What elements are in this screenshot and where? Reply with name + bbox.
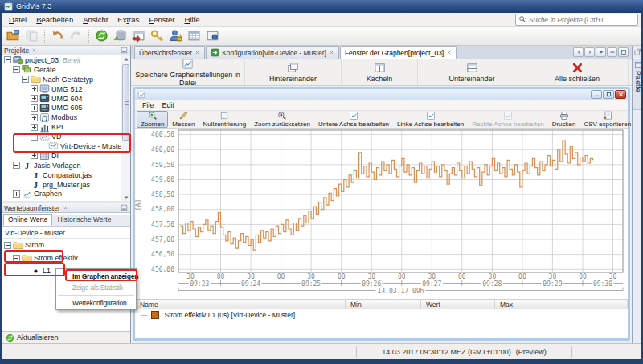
- exp-minus-icon[interactable]: [13, 255, 20, 262]
- exp-plus-icon[interactable]: [31, 114, 38, 121]
- tab-konfiguration-virt-device-muster[interactable]: Konfiguration[Virt-Device - Muster]: [206, 46, 339, 59]
- tree-item-di[interactable]: DI: [2, 151, 121, 161]
- column-header-min[interactable]: Min: [346, 300, 421, 309]
- tab-online-werte[interactable]: Online Werte: [3, 214, 52, 226]
- csv-exportieren-button[interactable]: CSV exportieren: [580, 111, 635, 128]
- tree-item-umg-512[interactable]: UMG 512: [2, 84, 121, 94]
- collapse-icon[interactable]: —: [141, 311, 148, 319]
- tree-item-umg-604[interactable]: UMG 604: [2, 94, 121, 104]
- undo-button[interactable]: [49, 27, 66, 44]
- alle-schlie-en-button[interactable]: Alle schließen: [526, 59, 629, 85]
- menu-fenster[interactable]: Fenster: [144, 14, 179, 26]
- kacheln-button[interactable]: Kacheln: [342, 59, 418, 85]
- value-tree-item-strom-effektiv[interactable]: Strom effektiv: [2, 252, 130, 264]
- menu-bearbeiten[interactable]: Bearbeiten: [31, 14, 78, 26]
- exp-plus-icon[interactable]: [31, 104, 38, 112]
- tree-item-ger-te[interactable]: Geräte: [2, 65, 121, 75]
- import-window-button[interactable]: [130, 27, 147, 44]
- exp-minus-icon[interactable]: [4, 242, 11, 249]
- menu-ansicht[interactable]: Ansicht: [78, 14, 113, 26]
- messen-button[interactable]: Messen: [168, 111, 199, 128]
- exp-plus-icon[interactable]: [31, 95, 38, 102]
- untereinander-button[interactable]: Untereinander: [418, 59, 526, 85]
- chart[interactable]: 456,00456,50457,00457,50458,00458,50459,…: [135, 129, 628, 297]
- tree-item-project-03[interactable]: project_03Bereit: [2, 55, 121, 65]
- nullzentrierung-button[interactable]: Nullzentrierung: [199, 111, 250, 128]
- scroll-down-icon[interactable]: [122, 194, 130, 201]
- scroll-up-icon[interactable]: [122, 55, 130, 63]
- menu-item-wertekonfiguration[interactable]: Wertekonfiguration: [56, 297, 136, 309]
- menu-edit[interactable]: Edit: [158, 101, 179, 109]
- aktualisieren-button[interactable]: Aktualisieren: [2, 331, 130, 343]
- db-sync-button[interactable]: [112, 27, 129, 44]
- tree-item-jasic-vorlagen[interactable]: JJasic Vorlagen: [2, 161, 121, 170]
- menu-extras[interactable]: Extras: [113, 14, 144, 26]
- exp-minus-icon[interactable]: [13, 162, 20, 169]
- tree-item-kpi[interactable]: KPI: [2, 122, 121, 132]
- tree-item-graphen[interactable]: Graphen: [2, 189, 121, 198]
- menu-item-im-graphen-anzeigen[interactable]: Im Graphen anzeigen: [56, 271, 136, 282]
- key-button[interactable]: [149, 27, 166, 44]
- column-header-wert[interactable]: Wert: [421, 300, 495, 309]
- close-button[interactable]: [615, 90, 626, 99]
- redo-button[interactable]: [68, 27, 84, 44]
- menu-file[interactable]: File: [138, 101, 158, 109]
- open-project-button[interactable]: [5, 27, 22, 44]
- exp-plus-icon[interactable]: [31, 152, 38, 159]
- tab-bersichtsfenster[interactable]: Übersichtsfenster: [134, 46, 205, 59]
- hintereinander-button[interactable]: Hintereinander: [245, 59, 342, 85]
- close-tab-icon[interactable]: [329, 50, 334, 55]
- linke-achse-bearbeiten-button[interactable]: Linke Achse bearbeiten: [393, 111, 468, 128]
- minimize-panel-icon[interactable]: [121, 204, 128, 211]
- tree-item-modbus[interactable]: Modbus: [2, 112, 121, 122]
- scrollbar-thumb[interactable]: [122, 64, 129, 141]
- exp-minus-icon[interactable]: [13, 66, 20, 73]
- tree-item-comparator-jas[interactable]: JComparator.jas: [2, 170, 121, 180]
- panel-button[interactable]: [204, 27, 221, 44]
- menu-hilfe[interactable]: Hilfe: [180, 14, 205, 26]
- close-tab-icon[interactable]: [195, 50, 200, 55]
- search-box[interactable]: [515, 14, 638, 26]
- close-panel-icon[interactable]: [63, 205, 68, 211]
- scroll-tabs-left-button[interactable]: [573, 47, 584, 57]
- tab-historische-werte[interactable]: Historische Werte: [52, 214, 116, 226]
- exp-plus-icon[interactable]: [31, 85, 38, 92]
- menu-datei[interactable]: Datei: [4, 14, 31, 26]
- speichere-grapheinstellungen-in-datei-button[interactable]: Speichere Grapheinstellungen in Datei: [131, 59, 245, 85]
- projekte-tree-scrollbar[interactable]: [121, 55, 130, 201]
- drucken-button[interactable]: Drucken: [548, 111, 580, 128]
- maximize-button[interactable]: [603, 90, 614, 99]
- tab-list-dropdown-button[interactable]: [596, 47, 606, 57]
- minimize-group-button[interactable]: [607, 47, 617, 57]
- legend-row[interactable]: —Strom effektiv L1 (0s) [Virt-Device - M…: [135, 309, 628, 320]
- zoom-zur-cksetzen-button[interactable]: Zoom zurücksetzen: [250, 111, 314, 128]
- refresh-button[interactable]: [93, 27, 110, 44]
- exp-minus-icon[interactable]: [4, 56, 11, 63]
- exp-minus-icon[interactable]: [31, 133, 38, 141]
- minimize-panel-icon[interactable]: [121, 47, 128, 54]
- column-header-name[interactable]: Name: [135, 300, 346, 309]
- tree-item-vd[interactable]: VD: [2, 132, 121, 141]
- exp-plus-icon[interactable]: [13, 190, 20, 198]
- float-window-icon[interactable]: [633, 48, 641, 56]
- maximize-group-button[interactable]: [618, 47, 629, 57]
- menu-item-zeige-als-statistik[interactable]: Zeige als Statistik: [56, 282, 136, 293]
- tree-item-prg-muster-jas[interactable]: Jprg_Muster.jas: [2, 180, 121, 190]
- user-lock-button[interactable]: [167, 27, 184, 44]
- value-tree-item-strom[interactable]: Strom: [2, 239, 130, 252]
- table-button[interactable]: [186, 27, 203, 44]
- minimize-button[interactable]: [591, 90, 602, 99]
- rechte-achse-bearbeiten-button[interactable]: Rechte Achse bearbeiten: [468, 111, 547, 128]
- tree-item-virt-device-muster[interactable]: Virt-Device - Muster: [2, 141, 121, 151]
- tab-fenster-der-graphen-project-03[interactable]: Fenster der Graphen[project_03]: [340, 46, 457, 59]
- tree-item-umg-605[interactable]: UMG 605: [2, 103, 121, 112]
- close-tab-icon[interactable]: [446, 50, 452, 55]
- tree-item-nach-ger-tetyp[interactable]: Nach Gerätetyp: [2, 75, 121, 84]
- close-panel-icon[interactable]: [31, 47, 37, 53]
- scroll-tabs-right-button[interactable]: [584, 47, 595, 57]
- untere-achse-bearbeiten-button[interactable]: Untere Achse bearbeiten: [314, 111, 393, 128]
- search-input[interactable]: [529, 16, 624, 24]
- copy-button[interactable]: [23, 27, 40, 44]
- zoomen-button[interactable]: Zoomen: [137, 111, 168, 128]
- exp-plus-icon[interactable]: [31, 124, 38, 131]
